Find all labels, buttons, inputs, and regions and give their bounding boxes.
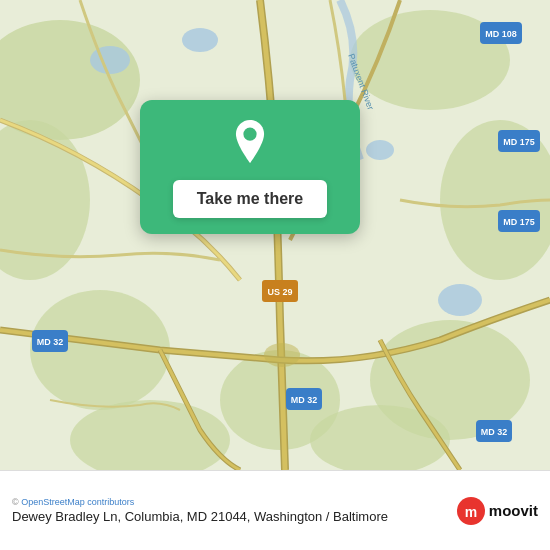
svg-text:MD 32: MD 32 [37,337,64,347]
svg-point-30 [243,127,256,140]
svg-text:MD 175: MD 175 [503,137,535,147]
popup-card: Take me there [140,100,360,234]
map-svg: MD 108 MD 175 MD 175 US 29 MD 32 MD 32 M… [0,0,550,470]
svg-point-11 [182,28,218,52]
copyright-text: © OpenStreetMap contributors [12,497,449,507]
svg-text:m: m [465,504,477,520]
svg-text:MD 108: MD 108 [485,29,517,39]
address-section: © OpenStreetMap contributors Dewey Bradl… [12,497,449,524]
svg-text:MD 175: MD 175 [503,217,535,227]
svg-point-13 [366,140,394,160]
svg-point-12 [438,284,482,316]
address-text: Dewey Bradley Ln, Columbia, MD 21044, Wa… [12,509,449,524]
moovit-logo: m moovit [457,497,538,525]
svg-text:US 29: US 29 [267,287,292,297]
moovit-icon: m [457,497,485,525]
svg-point-14 [264,343,300,367]
take-me-there-button[interactable]: Take me there [173,180,327,218]
svg-text:MD 32: MD 32 [481,427,508,437]
copyright-symbol: © [12,497,19,507]
moovit-text: moovit [489,502,538,519]
osm-link[interactable]: OpenStreetMap contributors [21,497,134,507]
bottom-bar: © OpenStreetMap contributors Dewey Bradl… [0,470,550,550]
map-container: MD 108 MD 175 MD 175 US 29 MD 32 MD 32 M… [0,0,550,470]
location-pin-icon [226,120,274,168]
svg-point-10 [90,46,130,74]
svg-text:MD 32: MD 32 [291,395,318,405]
